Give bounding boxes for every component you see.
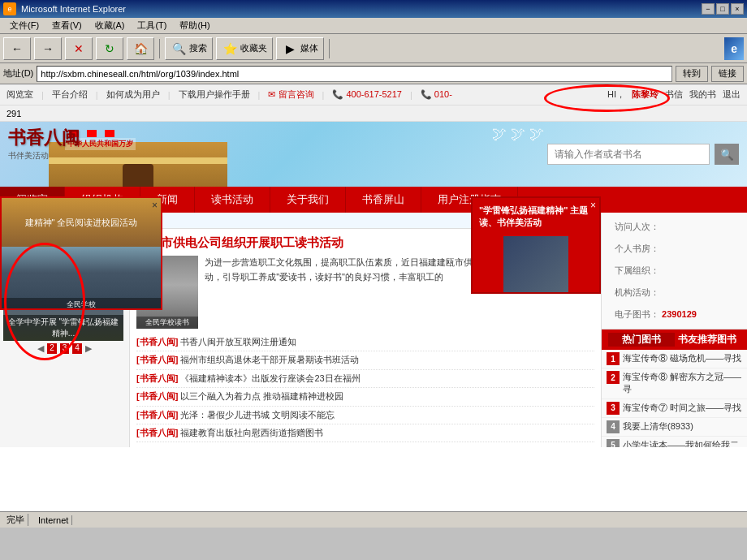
book-rank-3: 4 <box>607 420 620 433</box>
popup-right-image <box>503 236 568 293</box>
news-item-4[interactable]: [书香八闽] 光泽：暑假少儿进书城 文明阅读不能忘 <box>136 407 594 424</box>
news-item-5[interactable]: [书香八闽] 福建教育出版社向慰西街道指赠图书 <box>136 424 594 442</box>
book-rank-1: 2 <box>607 371 620 384</box>
news-text-2: 《福建精神读本》出版发行座谈会23日在福州 <box>180 373 360 383</box>
news-list: [书香八闽] 书香八闽开放互联网注册通知 [书香八闽] 福州市组织高退休老干部开… <box>136 334 594 442</box>
stop-button[interactable]: ✕ <box>65 37 93 60</box>
stat-suborg: 下属组织： <box>608 260 741 282</box>
topbar-download[interactable]: 下载用户操作手册 <box>179 88 250 101</box>
recommend-tab[interactable]: 书友推荐图书 <box>675 333 741 347</box>
ie-logo: e <box>724 37 744 60</box>
favorites-button[interactable]: ⭐ 收藏夹 <box>216 37 273 60</box>
back-button[interactable]: ← <box>3 37 31 60</box>
news-item-2[interactable]: [书香八闽] 《福建精神读本》出版发行座谈会23日在福州 <box>136 370 594 388</box>
book-title-1: 海宝传奇⑧ 解密东方之冠——寻 <box>623 371 742 396</box>
search-button[interactable]: 🔍 搜索 <box>165 37 213 60</box>
news-text-4: 光泽：暑假少儿进书城 文明阅读不能忘 <box>180 410 335 420</box>
news-item-1[interactable]: [书香八闽] 福州市组织高退休老干部开展暑期读书班活动 <box>136 351 594 369</box>
menu-view[interactable]: 查看(V) <box>45 19 89 32</box>
site-header: 中华人民共和国万岁 书香八闽 书伴美活动 🔍 🕊 🕊 🕊 <box>0 122 747 187</box>
news-tag-5: [书香八闽] <box>136 428 178 437</box>
hot-books-tab[interactable]: 热门图书 <box>608 333 675 347</box>
menu-tools[interactable]: 工具(T) <box>131 19 173 32</box>
stat-personal: 个人书房： <box>608 238 741 260</box>
favorites-label: 收藏夹 <box>240 42 267 54</box>
book-item-3[interactable]: 4 我要上清华(8933) <box>602 418 747 437</box>
toolbar-separator-2 <box>329 39 330 58</box>
menu-help[interactable]: 帮助(H) <box>173 19 216 32</box>
book-rank-0: 1 <box>607 352 620 365</box>
stop-icon: ✕ <box>71 41 87 57</box>
menu-favorites[interactable]: 收藏(A) <box>89 19 132 32</box>
links-button[interactable]: 链接 <box>711 66 744 82</box>
media-button[interactable]: ▶ 媒体 <box>276 37 324 60</box>
forward-button[interactable]: → <box>34 37 62 60</box>
back-icon: ← <box>9 41 25 57</box>
news-text-5: 福建教育出版社向慰西街道指赠图书 <box>180 428 323 437</box>
site-logo-sub: 书伴美活动 <box>8 150 80 162</box>
book-title-0: 海宝传奇⑧ 磁场危机——寻找 <box>623 352 742 364</box>
nav-tab-reading-activities[interactable]: 读书活动 <box>195 187 270 213</box>
news-tag-4: [书香八闽] <box>136 410 178 420</box>
forward-icon: → <box>40 41 56 57</box>
book-item-2[interactable]: 3 海宝传奇⑦ 时间之旅——寻找 <box>602 399 747 418</box>
go-button[interactable]: 转到 <box>676 66 708 82</box>
home-icon: 🏠 <box>132 41 149 57</box>
status-bar: 完毕 Internet <box>0 511 747 528</box>
address-label: 地址(D) <box>3 67 33 80</box>
topbar-phone1: 📞 400-617-5217 <box>332 89 402 100</box>
letter-link[interactable]: 书信 <box>665 88 683 101</box>
article-img-caption: 全民学校读书 <box>136 317 198 329</box>
topbar-reading-room[interactable]: 阅览室 <box>6 88 33 101</box>
menu-file[interactable]: 文件(F) <box>3 19 45 32</box>
site-logo: 书香八闽 <box>8 126 80 150</box>
maximize-button[interactable]: □ <box>716 3 729 15</box>
popup-right-close[interactable]: × <box>590 200 596 211</box>
close-button[interactable]: × <box>731 3 744 15</box>
topbar-platform-intro[interactable]: 平台介绍 <box>52 88 88 101</box>
book-title-4: 小学生读本——我如何给我二天光 <box>623 439 742 447</box>
home-button[interactable]: 🏠 <box>127 37 154 60</box>
popup-right: × "学雷锋弘扬福建精神" 主题读、书伴美活动 <box>471 196 601 294</box>
search-label: 搜索 <box>189 42 207 54</box>
user-area: HI， 陈黎玲 书信 我的书 退出 <box>607 88 741 101</box>
popup-right-content: "学雷锋弘扬福建精神" 主题读、书伴美活动 <box>473 198 599 236</box>
news-text-1: 福州市组织高退休老干部开展暑期读书班活动 <box>180 355 359 364</box>
book-title-3: 我要上清华(8933) <box>623 420 742 433</box>
title-bar: e Microsoft Internet Explorer − □ × <box>0 0 747 18</box>
popup-left-close[interactable]: × <box>152 200 158 211</box>
minimize-button[interactable]: − <box>702 3 715 15</box>
book-rank-4: 5 <box>607 439 620 447</box>
refresh-button[interactable]: ↻ <box>96 37 123 60</box>
address-input[interactable] <box>37 66 672 82</box>
nav-tab-pingshan[interactable]: 书香屏山 <box>346 187 421 213</box>
site-id-bar: 291 <box>0 106 747 122</box>
news-tag-2: [书香八闽] <box>136 373 178 383</box>
my-books-link[interactable]: 我的书 <box>689 88 716 101</box>
media-label: 媒体 <box>300 42 318 54</box>
window-controls[interactable]: − □ × <box>702 3 744 15</box>
popup-left-label: 全民学校 <box>2 298 161 310</box>
news-tag-0: [书香八闽] <box>136 337 178 347</box>
site-id: 291 <box>6 109 21 118</box>
topbar-how-to-use[interactable]: 如何成为用户 <box>106 88 160 101</box>
book-rank-2: 3 <box>607 402 620 415</box>
site-search-input[interactable] <box>547 144 710 165</box>
menu-bar: 文件(F) 查看(V) 收藏(A) 工具(T) 帮助(H) <box>0 18 747 34</box>
news-item-0[interactable]: [书香八闽] 书香八闽开放互联网注册通知 <box>136 334 594 351</box>
book-title-2: 海宝传奇⑦ 时间之旅——寻找 <box>623 402 742 414</box>
book-item-1[interactable]: 2 海宝传奇⑧ 解密东方之冠——寻 <box>602 368 747 399</box>
site-search-area: 🔍 <box>547 144 739 165</box>
book-item-4[interactable]: 5 小学生读本——我如何给我二天光 <box>602 437 747 447</box>
logout-link[interactable]: 退出 <box>723 88 741 101</box>
book-item-0[interactable]: 1 海宝传奇⑧ 磁场危机——寻找 <box>602 350 747 368</box>
site-search-button[interactable]: 🔍 <box>715 144 739 165</box>
refresh-icon: ↻ <box>101 41 118 57</box>
nav-tab-about[interactable]: 关于我们 <box>270 187 346 213</box>
topbar-consultation[interactable]: ✉ 留言咨询 <box>268 88 313 101</box>
news-item-3[interactable]: [书香八闽] 以三个融入为着力点 推动福建精神进校园 <box>136 388 594 406</box>
hot-books-header: 热门图书 书友推荐图书 <box>602 330 747 350</box>
hi-label: HI， <box>607 88 625 101</box>
topbar-phone2: 📞 010- <box>421 89 452 100</box>
star-icon: ⭐ <box>222 41 238 57</box>
